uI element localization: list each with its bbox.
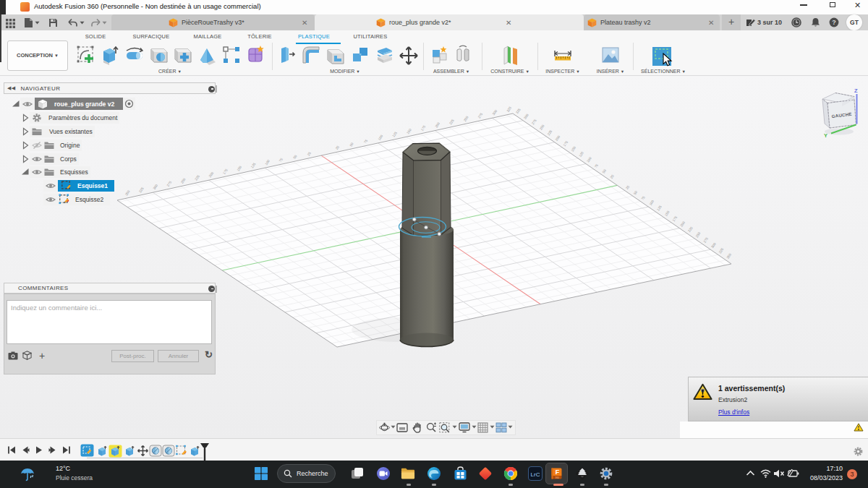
svg-text:300: 300 bbox=[523, 113, 529, 120]
svg-text:50: 50 bbox=[292, 154, 297, 159]
svg-text:25: 25 bbox=[625, 184, 630, 189]
svg-text:350: 350 bbox=[726, 252, 733, 260]
svg-text:Y: Y bbox=[824, 132, 827, 139]
svg-text:225: 225 bbox=[448, 119, 455, 126]
svg-text:75: 75 bbox=[363, 139, 368, 144]
svg-text:175: 175 bbox=[563, 140, 569, 147]
svg-text:350: 350 bbox=[124, 189, 131, 197]
svg-text:150: 150 bbox=[571, 145, 577, 153]
svg-text:325: 325 bbox=[718, 247, 725, 254]
svg-text:100: 100 bbox=[264, 159, 271, 166]
svg-text:125: 125 bbox=[250, 162, 257, 169]
svg-text:225: 225 bbox=[547, 129, 553, 137]
svg-text:325: 325 bbox=[515, 108, 522, 115]
svg-text:100: 100 bbox=[378, 134, 384, 141]
svg-text:275: 275 bbox=[477, 112, 484, 119]
svg-text:150: 150 bbox=[664, 210, 671, 217]
svg-text:250: 250 bbox=[463, 115, 469, 122]
svg-text:25: 25 bbox=[307, 151, 312, 156]
svg-text:75: 75 bbox=[594, 163, 599, 168]
svg-text:200: 200 bbox=[679, 221, 686, 228]
svg-text:200: 200 bbox=[555, 134, 561, 142]
svg-text:250: 250 bbox=[539, 124, 545, 131]
svg-text:300: 300 bbox=[153, 184, 159, 191]
svg-text:125: 125 bbox=[391, 131, 398, 138]
svg-text:50: 50 bbox=[349, 142, 354, 147]
svg-text:325: 325 bbox=[138, 187, 145, 194]
svg-text:175: 175 bbox=[420, 124, 427, 132]
svg-text:75: 75 bbox=[641, 195, 646, 200]
svg-text:LrC: LrC bbox=[531, 471, 540, 478]
svg-text:25: 25 bbox=[610, 174, 615, 179]
svg-text:150: 150 bbox=[406, 128, 412, 135]
svg-text:225: 225 bbox=[194, 174, 200, 181]
svg-text:200: 200 bbox=[208, 171, 215, 179]
svg-text:275: 275 bbox=[531, 119, 537, 126]
svg-text:125: 125 bbox=[578, 151, 584, 158]
svg-text:360: 360 bbox=[556, 476, 560, 479]
svg-text:175: 175 bbox=[222, 168, 229, 175]
svg-text:300: 300 bbox=[492, 109, 498, 116]
svg-text:50: 50 bbox=[602, 168, 607, 174]
svg-text:275: 275 bbox=[166, 180, 173, 187]
svg-text:100: 100 bbox=[649, 200, 655, 207]
svg-text:125: 125 bbox=[656, 205, 663, 212]
svg-text:50: 50 bbox=[633, 190, 638, 195]
svg-text:275: 275 bbox=[703, 236, 710, 244]
svg-text:175: 175 bbox=[672, 215, 678, 223]
svg-text:250: 250 bbox=[695, 231, 702, 239]
svg-text:100: 100 bbox=[586, 156, 592, 163]
svg-text:75: 75 bbox=[278, 158, 284, 163]
svg-text:300: 300 bbox=[710, 242, 717, 249]
svg-text:325: 325 bbox=[506, 106, 513, 113]
svg-text:150: 150 bbox=[237, 165, 243, 172]
svg-text:250: 250 bbox=[180, 177, 187, 184]
svg-text:225: 225 bbox=[687, 226, 694, 233]
svg-text:200: 200 bbox=[435, 121, 441, 129]
svg-text:25: 25 bbox=[335, 145, 340, 150]
svg-text:F: F bbox=[556, 468, 560, 476]
svg-text:?: ? bbox=[832, 19, 836, 26]
svg-text:Z: Z bbox=[854, 87, 858, 94]
